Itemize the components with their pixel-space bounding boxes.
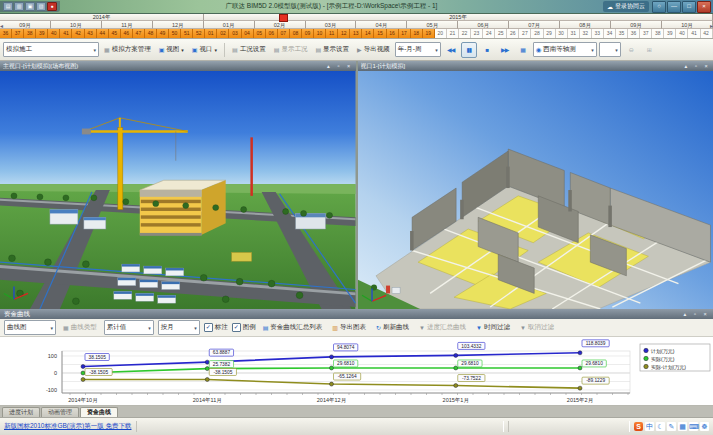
period-select[interactable]: 按月▾	[158, 320, 200, 335]
zoom-button[interactable]: ⊖	[623, 42, 639, 58]
scheme-manage-button[interactable]: ▦模拟方案管理	[101, 43, 154, 56]
month-cell[interactable]: 09月	[0, 21, 51, 29]
week-cell[interactable]: 21	[447, 29, 459, 38]
month-cell[interactable]: 10月	[51, 21, 102, 29]
refresh-curve-button[interactable]: ↻刷新曲线	[373, 321, 412, 334]
week-cell[interactable]: 33	[592, 29, 604, 38]
right-viewport-header[interactable]: 视口1-[计划模拟] ▴ ▫ ×	[358, 61, 713, 71]
month-cell[interactable]: 04月	[356, 21, 407, 29]
month-cell[interactable]: 06月	[458, 21, 509, 29]
month-cell[interactable]: 10月	[662, 21, 713, 29]
week-cell[interactable]: 40	[48, 29, 60, 38]
fund-summary-list-button[interactable]: ▤资金曲线汇总列表	[260, 321, 326, 334]
week-cell[interactable]: 47	[133, 29, 145, 38]
mic-icon[interactable]: ⌨	[689, 422, 698, 431]
month-cell[interactable]: 12月	[153, 21, 204, 29]
tab-进度计划[interactable]: 进度计划	[2, 407, 40, 417]
panel-maximize-icon[interactable]: ▫	[691, 310, 699, 319]
month-cell[interactable]: 11月	[102, 21, 153, 29]
week-cell[interactable]: 13	[350, 29, 362, 38]
right-viewport-maximize-icon[interactable]: ▫	[692, 62, 700, 71]
week-cell[interactable]: 05	[254, 29, 266, 38]
left-viewport-header[interactable]: 主视口-[计划模拟](场布视图) ▴ ▫ ×	[0, 61, 356, 71]
sync-file-icon[interactable]: ▧	[36, 2, 46, 11]
structure-3d-scene[interactable]	[358, 71, 713, 309]
month-cell[interactable]: 03月	[306, 21, 357, 29]
display-settings-button[interactable]: ▤显示设置	[312, 43, 352, 56]
week-cell[interactable]: 24	[483, 29, 495, 38]
record-icon[interactable]: ●	[47, 2, 57, 11]
export-video-button[interactable]: ▶导出视频	[354, 43, 393, 56]
current-date-marker[interactable]	[279, 14, 288, 22]
week-cell[interactable]: 42	[701, 29, 713, 38]
week-cell[interactable]: 52	[193, 29, 205, 38]
week-cell[interactable]: 10	[314, 29, 326, 38]
simulation-mode-select[interactable]: 模拟施工▾	[3, 42, 99, 57]
fund-curve-chart[interactable]: 1000-10038.150563.888794.8074103.4332118…	[0, 337, 713, 406]
timeline-gantt-header[interactable]: ◂ ▸ 2014年2015年 09月10月11月12月01月02月03月04月0…	[0, 14, 713, 39]
view-button[interactable]: ▣视图▾	[156, 43, 187, 56]
tab-动画管理[interactable]: 动画管理	[41, 407, 79, 417]
week-cell[interactable]: 39	[36, 29, 48, 38]
week-cell[interactable]: 37	[12, 29, 24, 38]
curve-chart-select[interactable]: 曲线图▾	[4, 320, 56, 335]
left-viewport-float-icon[interactable]: ▴	[325, 62, 333, 71]
week-cell[interactable]: 32	[580, 29, 592, 38]
tools-icon[interactable]: ☸	[700, 422, 709, 431]
week-cell[interactable]: 36	[628, 29, 640, 38]
site-3d-scene[interactable]	[0, 71, 356, 309]
week-cell[interactable]: 06	[266, 29, 278, 38]
tab-资金曲线[interactable]: 资金曲线	[80, 407, 118, 417]
week-cell[interactable]: 38	[652, 29, 664, 38]
week-cell[interactable]: 39	[664, 29, 676, 38]
week-cell[interactable]: 23	[471, 29, 483, 38]
week-cell[interactable]: 46	[121, 29, 133, 38]
week-cell[interactable]: 41	[60, 29, 72, 38]
week-cell[interactable]: 22	[459, 29, 471, 38]
labels-checkbox[interactable]: ✓标注	[204, 323, 228, 332]
week-cell[interactable]: 02	[217, 29, 229, 38]
left-viewport-maximize-icon[interactable]: ▫	[335, 62, 343, 71]
rewind-button[interactable]: ◀◀	[443, 42, 459, 58]
week-cell[interactable]: 50	[169, 29, 181, 38]
minimize-button[interactable]: —	[667, 1, 681, 13]
viewport-button[interactable]: ▣视口▾	[189, 43, 220, 56]
week-cell[interactable]: 15	[374, 29, 386, 38]
month-cell[interactable]: 01月	[204, 21, 255, 29]
fast-forward-button[interactable]: ▶▶	[497, 42, 513, 58]
week-cell[interactable]: 09	[302, 29, 314, 38]
right-viewport-close-icon[interactable]: ×	[702, 62, 710, 71]
pause-button[interactable]: ▮▮	[461, 42, 477, 58]
stop-button[interactable]: ■	[479, 42, 495, 58]
view-angle-select[interactable]: ◉西南等轴测▾	[533, 42, 597, 57]
week-cell[interactable]: 20	[435, 29, 447, 38]
time-filter-button[interactable]: ▼时间过滤	[473, 321, 513, 334]
right-viewport-float-icon[interactable]: ▴	[682, 62, 690, 71]
viewport-layout-button[interactable]: ▦	[515, 42, 531, 58]
week-cell[interactable]: 38	[24, 29, 36, 38]
week-cell[interactable]: 07	[278, 29, 290, 38]
fund-curve-panel-header[interactable]: 资金曲线 ▴ ▫ ×	[0, 309, 713, 319]
year-cell[interactable]: 2014年	[0, 14, 204, 21]
week-cell[interactable]: 18	[411, 29, 423, 38]
week-cell[interactable]: 26	[507, 29, 519, 38]
week-cell[interactable]: 12	[338, 29, 350, 38]
week-cell[interactable]: 36	[0, 29, 12, 38]
week-cell[interactable]: 04	[242, 29, 254, 38]
moon-icon[interactable]: ☾	[656, 422, 665, 431]
week-cell[interactable]: 40	[676, 29, 688, 38]
cancel-filter-button[interactable]: ▼取消过滤	[517, 321, 557, 334]
maximize-button[interactable]: □	[682, 1, 696, 13]
fit-view-button[interactable]: ⊞	[641, 42, 657, 58]
legend-checkbox[interactable]: ✓图例	[232, 323, 256, 332]
week-cell[interactable]: 17	[399, 29, 411, 38]
skin-button[interactable]: ○	[652, 1, 666, 13]
promo-link[interactable]: 新版国标2010标准GB(演示)第一版 免费下载	[4, 422, 132, 431]
week-cell[interactable]: 49	[157, 29, 169, 38]
panel-close-icon[interactable]: ×	[701, 310, 709, 319]
open-file-icon[interactable]: ▥	[14, 2, 24, 11]
value-mode-select[interactable]: 累计值▾	[104, 320, 154, 335]
week-cell[interactable]: 25	[495, 29, 507, 38]
left-viewport-close-icon[interactable]: ×	[345, 62, 353, 71]
week-cell[interactable]: 19	[423, 29, 435, 38]
